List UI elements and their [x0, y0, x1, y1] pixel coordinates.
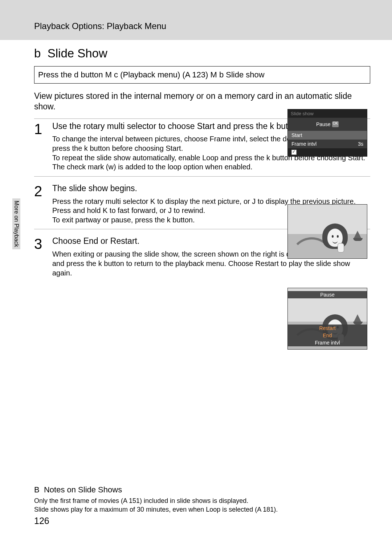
title-prefix: b — [34, 47, 41, 60]
overlay-restart: Restart — [288, 325, 367, 332]
portrait-illustration — [322, 223, 348, 255]
title-text: Slide Show — [48, 47, 107, 60]
overlay-frame: Frame intvl — [288, 339, 367, 346]
screen-loop-row — [288, 148, 367, 156]
notes-body: Only the first frame of movies (A 151) i… — [34, 497, 370, 514]
figure-exit-menu: Pause Restart End Frame intvl — [287, 288, 367, 350]
ok-icon: OK — [332, 121, 339, 127]
sailboat-illustration — [353, 231, 363, 242]
page-number: 126 — [34, 516, 49, 526]
notes-section: B Notes on Slide Shows Only the first fr… — [34, 485, 370, 514]
screen-frame-row: Frame intvl3s — [288, 140, 367, 148]
checkbox-icon — [291, 150, 297, 155]
side-tab-label: More on Playback — [12, 198, 20, 249]
step-number: 2 — [34, 183, 46, 225]
notes-prefix: B — [34, 485, 40, 494]
nav-path-box: Press the d button M c (Playback menu) (… — [34, 66, 370, 84]
screen-pause-row: PauseOK — [288, 118, 367, 131]
figure-playback-preview — [287, 204, 367, 259]
figure-menu-screen: Slide show PauseOK Start Frame intvl3s — [287, 109, 367, 157]
breadcrumb: Playback Options: Playback Menu — [34, 21, 166, 31]
step-number: 3 — [34, 236, 46, 278]
overlay-pause: Pause — [288, 291, 367, 298]
step-heading: The slide show begins. — [52, 183, 370, 194]
overlay-end: End — [288, 332, 367, 339]
screen-start-row: Start — [288, 131, 367, 140]
screen-title: Slide show — [288, 109, 367, 118]
intro-text: View pictures stored in the internal mem… — [34, 91, 370, 112]
page-title: b Slide Show — [34, 47, 370, 60]
notes-heading: Notes on Slide Shows — [44, 485, 122, 494]
step-number: 1 — [34, 121, 46, 172]
sailboat-illustration — [353, 314, 363, 325]
header-band: Playback Options: Playback Menu — [0, 0, 392, 40]
